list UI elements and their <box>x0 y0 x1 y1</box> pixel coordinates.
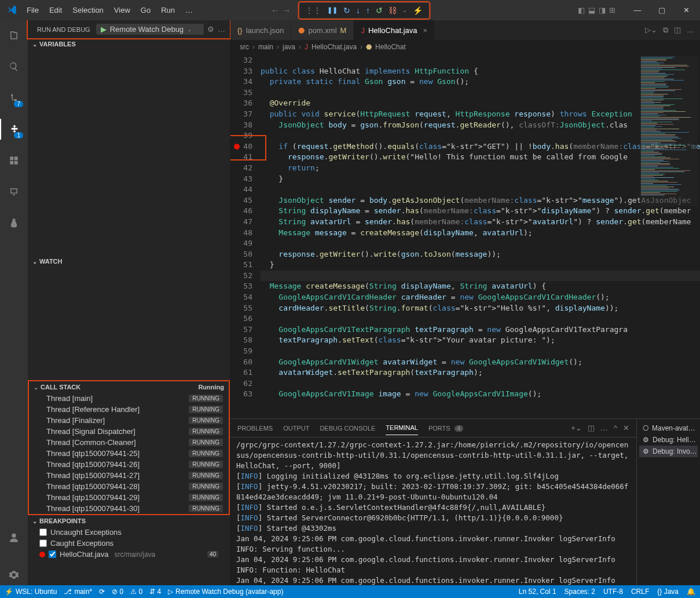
terminal-instance[interactable]: ⎔Maven-avat… <box>639 422 698 434</box>
status-eol[interactable]: CRLF <box>631 588 649 596</box>
thread-row[interactable]: Thread [Common-Cleaner] RUNNING <box>29 437 229 448</box>
activity-extensions[interactable] <box>0 150 28 171</box>
breadcrumb-item[interactable]: main <box>258 43 273 51</box>
terminal[interactable]: /grpc/grpc-context/1.27.2/grpc-context-1… <box>230 437 636 585</box>
menu-file[interactable]: File <box>22 3 43 17</box>
debug-step-over-icon[interactable]: ↓ <box>356 6 360 15</box>
terminal-instance[interactable]: ⚙Debug: Invo… <box>639 446 698 457</box>
panel-tab-debug[interactable]: DEBUG CONSOLE <box>320 421 375 435</box>
minimap[interactable] <box>640 56 698 206</box>
more-icon[interactable]: … <box>687 25 694 35</box>
maximize-panel-icon[interactable]: ^ <box>614 424 617 432</box>
bp-uncaught-checkbox[interactable] <box>39 528 47 536</box>
menu-more[interactable]: … <box>181 3 197 17</box>
activity-settings[interactable] <box>0 564 28 585</box>
status-spaces[interactable]: Spaces: 2 <box>565 588 595 596</box>
status-sync[interactable]: ⟳ <box>99 588 105 596</box>
breadcrumb-item[interactable]: HelloChat.java <box>311 43 357 51</box>
split-icon[interactable]: ◫ <box>674 25 681 35</box>
debug-grip-icon[interactable]: ⋮⋮ <box>305 6 321 15</box>
layout-panel-right-icon[interactable]: ◨ <box>599 6 606 14</box>
debug-disconnect-icon[interactable]: ⛓ <box>389 6 397 15</box>
status-errors[interactable]: ⊘ 0 <box>112 588 123 596</box>
menu-view[interactable]: View <box>109 3 135 17</box>
thread-row[interactable]: Thread [main] RUNNING <box>29 393 229 404</box>
debug-step-into-icon[interactable]: ↑ <box>366 6 370 15</box>
debug-hot-icon[interactable]: ⚡ <box>413 6 423 15</box>
bp-caught[interactable]: Caught Exceptions <box>28 538 230 549</box>
panel-tab-output[interactable]: OUTPUT <box>283 421 309 435</box>
panel-tab-ports[interactable]: PORTS 4 <box>428 421 463 435</box>
minimize-icon[interactable]: — <box>627 6 648 14</box>
status-branch[interactable]: ⎇main* <box>64 588 92 596</box>
status-ports[interactable]: ⇵ 4 <box>149 588 161 596</box>
close-panel-icon[interactable]: ✕ <box>623 424 629 432</box>
breadcrumb[interactable]: src› main› java› J HelloChat.java› ⬣ Hel… <box>230 41 700 53</box>
status-debug[interactable]: ▷Remote Watch Debug (avatar-app) <box>168 588 283 596</box>
menu-go[interactable]: Go <box>136 3 155 17</box>
thread-row[interactable]: Thread [qtp1500079441-29] RUNNING <box>29 492 229 503</box>
layout-panel-bottom-icon[interactable]: ⬓ <box>588 6 595 14</box>
thread-row[interactable]: Thread [qtp1500079441-26] RUNNING <box>29 459 229 470</box>
variables-header[interactable]: ⌄ VARIABLES <box>28 38 230 50</box>
status-warnings[interactable]: ⚠ 0 <box>130 588 142 596</box>
diff-icon[interactable]: ⧉ <box>663 25 668 35</box>
breakpoints-header[interactable]: ⌄ BREAKPOINTS <box>28 515 230 527</box>
thread-row[interactable]: Thread [Finalizer] RUNNING <box>29 415 229 426</box>
terminal-instance[interactable]: ⚙Debug: Hell… <box>639 434 698 446</box>
breadcrumb-item[interactable]: java <box>283 43 295 51</box>
bp-file-row[interactable]: HelloChat.java src/main/java 40 <box>28 549 230 560</box>
more-icon[interactable]: … <box>218 25 225 34</box>
menu-selection[interactable]: Selection <box>68 3 108 17</box>
code[interactable]: public class HelloChat implements HttpFu… <box>261 53 700 418</box>
close-icon[interactable]: ✕ <box>676 6 697 14</box>
debug-pause-icon[interactable]: ❚❚ <box>327 6 338 14</box>
activity-remote[interactable] <box>0 181 28 202</box>
status-lang[interactable]: {} Java <box>657 588 679 596</box>
maximize-icon[interactable]: ▢ <box>651 6 672 14</box>
split-terminal-icon[interactable]: ◫ <box>588 424 595 432</box>
nav-back-icon[interactable]: ← <box>271 6 279 15</box>
new-terminal-icon[interactable]: +⌄ <box>571 424 582 432</box>
callstack-header[interactable]: ⌄ CALL STACK Running <box>29 381 229 393</box>
status-remote[interactable]: ⚡WSL: Ubuntu <box>5 588 57 596</box>
layout-panel-left-icon[interactable]: ◧ <box>578 6 585 14</box>
status-cursor[interactable]: Ln 52, Col 1 <box>519 588 556 596</box>
gear-icon[interactable]: ⚙ <box>207 25 214 34</box>
more-icon[interactable]: … <box>600 424 608 432</box>
editor-tab[interactable]: J HelloChat.java × <box>354 20 435 40</box>
breadcrumb-item[interactable]: HelloChat <box>375 43 406 51</box>
status-encoding[interactable]: UTF-8 <box>603 588 623 596</box>
debug-continue-icon[interactable]: ↻ <box>343 6 350 15</box>
watch-header[interactable]: ⌄ WATCH <box>28 256 230 267</box>
menu-edit[interactable]: Edit <box>45 3 67 17</box>
breakpoint-dot-icon[interactable] <box>234 144 240 150</box>
debug-restart-icon[interactable]: ↺ <box>376 6 383 15</box>
editor-tab[interactable]: {} launch.json <box>230 20 291 40</box>
menu-run[interactable]: Run <box>156 3 179 17</box>
activity-account[interactable] <box>0 527 28 548</box>
gutter[interactable]: 3233343536373839404142434445464748495051… <box>230 53 261 418</box>
thread-row[interactable]: Thread [qtp1500079441-28] RUNNING <box>29 481 229 492</box>
activity-search[interactable] <box>0 56 28 77</box>
breadcrumb-item[interactable]: src <box>240 43 249 51</box>
activity-debug[interactable]: 1 <box>0 119 28 140</box>
editor-tab[interactable]: ⬣ pom.xml M <box>291 20 354 40</box>
debug-config-selector[interactable]: ▶ Remote Watch Debug ⌄ <box>96 24 204 35</box>
activity-explorer[interactable] <box>0 25 28 46</box>
editor-content[interactable]: 3233343536373839404142434445464748495051… <box>230 53 700 418</box>
close-tab-icon[interactable]: × <box>423 26 427 35</box>
nav-forward-icon[interactable]: → <box>283 6 291 15</box>
debug-disconnect-chev-icon[interactable]: ⌄ <box>402 7 407 13</box>
bp-file-checkbox[interactable] <box>49 550 56 558</box>
thread-row[interactable]: Thread [qtp1500079441-25] RUNNING <box>29 448 229 459</box>
activity-testing[interactable] <box>0 213 28 234</box>
thread-row[interactable]: Thread [Signal Dispatcher] RUNNING <box>29 426 229 437</box>
thread-row[interactable]: Thread [qtp1500079441-27] RUNNING <box>29 470 229 481</box>
thread-row[interactable]: Thread [Reference Handler] RUNNING <box>29 404 229 415</box>
run-file-icon[interactable]: ▷⌄ <box>645 25 657 35</box>
thread-row[interactable]: Thread [qtp1500079441-30] RUNNING <box>29 503 229 514</box>
layout-customize-icon[interactable]: ⊞ <box>609 6 615 14</box>
bp-uncaught[interactable]: Uncaught Exceptions <box>28 527 230 538</box>
panel-tab-terminal[interactable]: TERMINAL <box>386 421 418 435</box>
